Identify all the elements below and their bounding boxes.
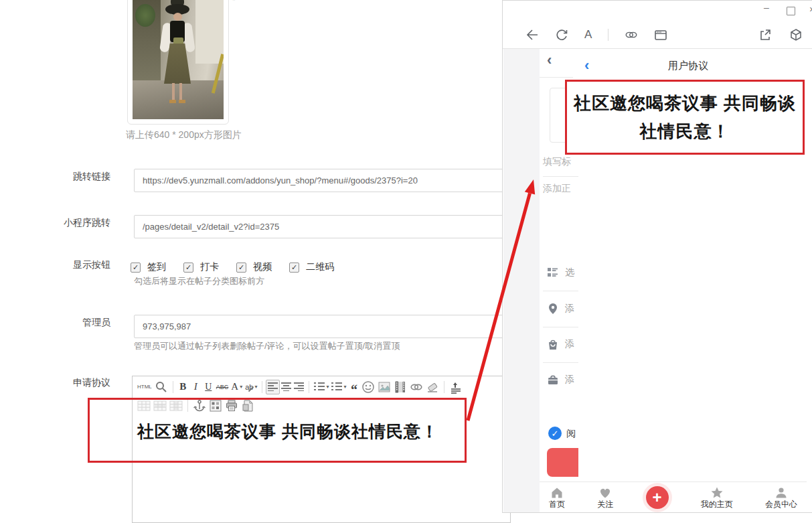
maximize-button[interactable] — [787, 7, 795, 15]
ordered-list-button[interactable]: ▾ — [313, 380, 330, 394]
map-icon — [209, 399, 222, 413]
page-title: 用户协议 — [563, 60, 812, 72]
insert-image-button[interactable] — [376, 380, 392, 394]
font-color-button[interactable]: A▾ — [230, 380, 244, 394]
table-row-button[interactable] — [152, 398, 168, 413]
emoji-icon — [361, 380, 375, 394]
underline-button[interactable]: U — [202, 380, 215, 394]
checkbox-punch[interactable]: ✓ — [183, 263, 193, 273]
paste-word-icon — [241, 399, 254, 413]
tab-follow[interactable]: 关注 — [597, 486, 613, 509]
bullet-list-button[interactable]: ▾ — [330, 380, 347, 394]
admin-label: 管理员 — [37, 317, 110, 329]
shop-icon — [546, 373, 560, 386]
agreement-label: 申请协议 — [37, 377, 110, 389]
table-column-button[interactable] — [168, 398, 184, 413]
align-right-icon — [294, 382, 304, 391]
checkbox-video-label: 视频 — [253, 261, 272, 273]
html-source-button[interactable]: HTML — [136, 380, 153, 394]
editor-toolbar-row2 — [133, 397, 510, 414]
annotation-text: 社区邀您喝茶议事 共同畅谈社情民意！ — [571, 89, 799, 145]
link-icon — [410, 380, 423, 394]
add-goods-row[interactable]: 添 — [546, 338, 574, 351]
back-icon[interactable] — [525, 28, 539, 42]
title-placeholder[interactable]: 填写标 — [543, 156, 571, 168]
checkbox-video[interactable]: ✓ — [236, 263, 246, 273]
agree-check-icon[interactable]: ✓ — [548, 427, 562, 440]
window-titlebar[interactable]: – × — [503, 1, 812, 21]
mypage-icon — [710, 486, 724, 500]
print-button[interactable] — [224, 398, 240, 413]
refresh-icon[interactable] — [555, 28, 568, 42]
ordered-list-icon — [314, 382, 325, 391]
align-center-icon — [281, 382, 291, 391]
insert-link-button[interactable] — [408, 380, 424, 394]
font-size-button[interactable]: A — [584, 28, 592, 42]
align-center-button[interactable] — [280, 380, 293, 394]
upload-image-card[interactable] — [127, 0, 229, 125]
mini-jump-input[interactable] — [134, 215, 512, 238]
goods-icon — [546, 338, 560, 351]
show-buttons-group: ✓ 签到 ✓ 打卡 ✓ 视频 ✓ 二维码 — [131, 261, 345, 273]
package-icon[interactable] — [789, 28, 803, 42]
tab-home[interactable]: 首页 — [549, 486, 565, 509]
home-icon — [550, 486, 564, 500]
print-icon — [225, 399, 238, 413]
close-button[interactable]: × — [806, 4, 812, 15]
tab-publish[interactable]: + — [646, 486, 669, 509]
strikethrough-button[interactable]: ABC — [215, 380, 230, 394]
table-button[interactable] — [136, 398, 152, 413]
mini-jump-label: 小程序跳转 — [37, 217, 110, 229]
agree-text[interactable]: 阅 — [566, 428, 576, 440]
align-left-icon — [268, 382, 278, 391]
align-right-button[interactable] — [293, 380, 305, 394]
tab-member[interactable]: 会员中心 — [765, 486, 797, 509]
body-placeholder[interactable]: 添加正 — [543, 183, 571, 195]
chevron-left-icon[interactable]: ‹ — [547, 54, 552, 66]
checkbox-qrcode-label: 二维码 — [306, 261, 334, 273]
follow-icon — [598, 486, 613, 500]
show-buttons-hint: 勾选后将显示在帖子分类图标前方 — [134, 275, 264, 287]
emoji-button[interactable] — [360, 380, 376, 394]
show-buttons-label: 显示按钮 — [37, 259, 110, 271]
insert-video-button[interactable] — [392, 380, 408, 394]
checkbox-qrcode[interactable]: ✓ — [289, 263, 299, 273]
checkbox-signin[interactable]: ✓ — [131, 263, 141, 273]
blockquote-button[interactable]: “ — [347, 380, 360, 394]
table-icon — [137, 399, 151, 413]
jump-link-label: 跳转链接 — [37, 171, 110, 183]
checkbox-punch-label: 打卡 — [200, 261, 219, 273]
map-button[interactable] — [208, 398, 224, 413]
highlight-button[interactable]: ab▾ — [244, 380, 258, 394]
eraser-button[interactable] — [424, 380, 440, 394]
publish-button[interactable] — [547, 448, 578, 477]
add-shop-row[interactable]: 添 — [546, 373, 574, 386]
tab-bar: 首页 关注 + 我的主页 会员中心 — [540, 481, 807, 512]
jump-link-input[interactable] — [134, 169, 512, 192]
location-icon — [546, 302, 560, 315]
upload-hint: 请上传640 * 200px方形图片 — [126, 129, 242, 141]
preview-button[interactable] — [153, 380, 169, 394]
bold-button[interactable]: B — [177, 380, 189, 394]
add-location-row[interactable]: 添 — [546, 302, 574, 315]
align-left-button[interactable] — [266, 380, 280, 394]
choose-category-row[interactable]: 选 — [546, 266, 574, 279]
window-toolbar: A — [503, 21, 812, 49]
minimize-button[interactable]: – — [760, 2, 773, 13]
toolbar-separator — [608, 29, 608, 41]
link-icon[interactable] — [625, 28, 638, 42]
paste-text-icon — [449, 380, 463, 394]
browser-card-icon[interactable] — [654, 28, 667, 42]
video-icon — [394, 380, 407, 394]
rich-text-editor[interactable]: HTML B I U ABC A▾ ab▾ ▾ ▾ “ — [132, 376, 511, 523]
bullet-list-icon — [331, 382, 342, 391]
paste-text-button[interactable] — [448, 380, 464, 394]
anchor-icon — [193, 399, 206, 413]
checkbox-signin-label: 签到 — [147, 261, 166, 273]
share-icon[interactable] — [758, 28, 772, 42]
tab-mypage[interactable]: 我的主页 — [701, 486, 733, 509]
admin-input[interactable] — [134, 315, 512, 338]
anchor-button[interactable] — [191, 398, 208, 413]
paste-word-button[interactable] — [240, 398, 256, 413]
italic-button[interactable]: I — [189, 380, 202, 394]
